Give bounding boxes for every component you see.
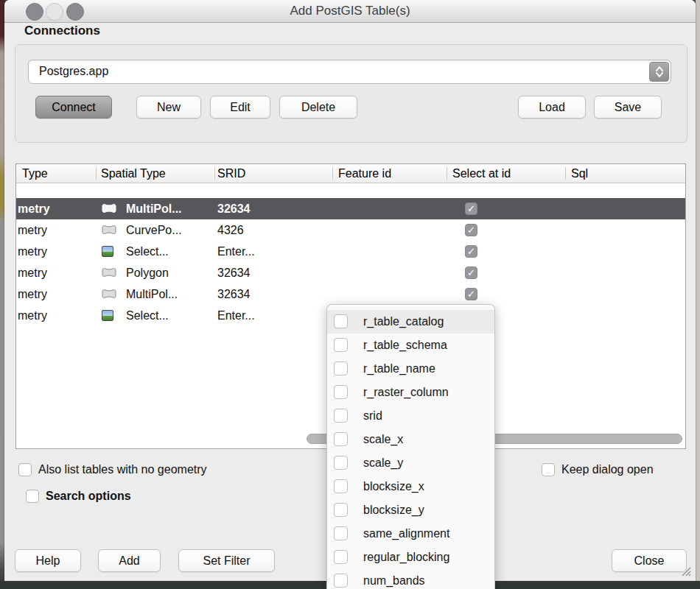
popup-list-item[interactable]: r_table_catalog — [327, 310, 494, 334]
table-row[interactable]: metry MultiPol... 32634 — [16, 283, 685, 305]
popup-item-checkbox[interactable] — [334, 314, 348, 328]
cell-srid: Enter... — [217, 241, 255, 262]
column-separator — [447, 167, 447, 180]
also-list-tables-checkbox[interactable] — [18, 463, 32, 476]
chevron-down-icon — [655, 72, 664, 78]
cell-spatial-type: Select... — [126, 241, 169, 262]
table-row[interactable]: metry CurvePo... 4326 — [16, 219, 685, 241]
select-at-id-checkbox[interactable] — [465, 245, 477, 258]
popup-item-checkbox[interactable] — [334, 550, 348, 564]
select-at-id-checkbox[interactable] — [465, 224, 477, 236]
cell-srid: Enter... — [217, 305, 255, 326]
raster-icon — [102, 310, 113, 321]
edit-button[interactable]: Edit — [210, 96, 270, 119]
popup-list-item[interactable]: scale_x — [327, 428, 494, 451]
search-options-label: Search options — [46, 490, 131, 503]
column-separator — [214, 167, 215, 180]
cell-srid: 32634 — [217, 283, 251, 305]
popup-item-checkbox[interactable] — [334, 385, 348, 399]
close-button[interactable]: Close — [612, 549, 687, 572]
popup-item-label: regular_blocking — [363, 546, 449, 569]
popup-item-checkbox[interactable] — [334, 338, 348, 352]
search-options-checkbox[interactable] — [26, 490, 39, 503]
popup-item-label: num_bands — [363, 569, 425, 589]
popup-item-label: blocksize_y — [363, 498, 424, 522]
popup-list-item[interactable]: num_bands — [327, 569, 494, 589]
popup-list-item[interactable]: blocksize_y — [327, 498, 494, 522]
cell-type: metry — [18, 241, 47, 262]
polygon-icon — [101, 289, 117, 299]
connection-combobox[interactable]: Postgres.app — [28, 60, 671, 84]
popup-item-checkbox[interactable] — [334, 503, 348, 517]
popup-item-checkbox[interactable] — [334, 409, 348, 423]
polygon-icon — [101, 267, 117, 278]
column-header-sql[interactable]: Sql — [571, 164, 588, 183]
popup-list-item[interactable]: regular_blocking — [327, 546, 494, 569]
table-row[interactable]: metry Select... Enter... — [16, 241, 685, 262]
cell-spatial-type: MultiPol... — [126, 198, 182, 219]
table-row[interactable]: metry Polygon 32634 — [16, 262, 685, 283]
cell-spatial-type: MultiPol... — [126, 283, 178, 305]
desktop-edge-right — [696, 0, 700, 589]
popup-list-item[interactable]: r_table_schema — [327, 334, 494, 357]
set-filter-button[interactable]: Set Filter — [178, 549, 275, 572]
popup-item-label: scale_y — [363, 451, 403, 475]
save-button[interactable]: Save — [594, 96, 662, 119]
table-row[interactable]: metry MultiPol... 32634 — [16, 198, 685, 219]
column-separator — [565, 167, 566, 180]
polygon-icon — [101, 203, 117, 214]
resize-grip-icon[interactable] — [678, 563, 693, 578]
cell-spatial-type: Select... — [126, 305, 169, 326]
column-header-srid[interactable]: SRID — [217, 164, 245, 183]
delete-button[interactable]: Delete — [279, 96, 357, 119]
popup-list-item[interactable]: scale_y — [327, 451, 494, 475]
popup-item-label: blocksize_x — [363, 475, 424, 498]
table-header: Type Spatial Type SRID Feature id Select… — [16, 164, 685, 183]
popup-list-item[interactable]: r_raster_column — [327, 381, 494, 404]
popup-list-item[interactable]: same_alignment — [327, 522, 494, 546]
add-button[interactable]: Add — [98, 549, 161, 572]
popup-item-checkbox[interactable] — [334, 479, 348, 493]
cell-type: metry — [18, 283, 47, 305]
cell-type: metry — [18, 198, 50, 219]
help-button[interactable]: Help — [15, 549, 81, 572]
keep-dialog-open-label: Keep dialog open — [561, 463, 654, 476]
column-separator — [96, 167, 97, 180]
popup-item-checkbox[interactable] — [334, 361, 348, 375]
popup-item-checkbox[interactable] — [334, 574, 348, 588]
popup-list-item[interactable]: r_table_name — [327, 357, 494, 381]
combobox-stepper[interactable] — [649, 62, 669, 82]
popup-item-checkbox[interactable] — [334, 526, 348, 540]
select-at-id-checkbox[interactable] — [465, 267, 477, 279]
popup-item-label: r_table_catalog — [363, 310, 444, 334]
cell-type: metry — [18, 219, 47, 241]
raster-columns-popup: r_table_catalog r_table_schema r_table_n… — [326, 304, 495, 589]
select-at-id-checkbox[interactable] — [465, 202, 477, 215]
cell-spatial-type: CurvePo... — [126, 219, 182, 241]
new-button[interactable]: New — [136, 96, 201, 119]
cell-srid: 32634 — [217, 262, 251, 283]
column-separator — [332, 167, 333, 180]
column-header-type[interactable]: Type — [22, 164, 48, 183]
popup-list-item[interactable]: srid — [327, 404, 494, 428]
popup-item-label: same_alignment — [363, 522, 449, 546]
connect-button[interactable]: Connect — [35, 96, 112, 119]
column-header-select-at-id[interactable]: Select at id — [452, 164, 511, 183]
connections-group-label: Connections — [24, 24, 100, 38]
cell-spatial-type: Polygon — [126, 262, 169, 283]
popup-item-label: srid — [363, 404, 382, 428]
popup-item-checkbox[interactable] — [334, 456, 348, 470]
also-list-tables-label: Also list tables with no geometry — [38, 463, 207, 476]
popup-list-item[interactable]: blocksize_x — [327, 475, 494, 498]
select-at-id-checkbox[interactable] — [465, 288, 477, 300]
cell-type: metry — [18, 305, 47, 326]
connection-combobox-value: Postgres.app — [39, 60, 108, 82]
popup-item-label: r_raster_column — [363, 381, 449, 404]
column-header-spatial-type[interactable]: Spatial Type — [101, 164, 166, 183]
keep-dialog-open-checkbox[interactable] — [542, 463, 555, 476]
popup-item-label: r_table_schema — [363, 334, 447, 357]
load-button[interactable]: Load — [518, 96, 586, 119]
cell-srid: 4326 — [217, 219, 244, 241]
column-header-feature-id[interactable]: Feature id — [338, 164, 391, 183]
popup-item-checkbox[interactable] — [334, 432, 348, 446]
